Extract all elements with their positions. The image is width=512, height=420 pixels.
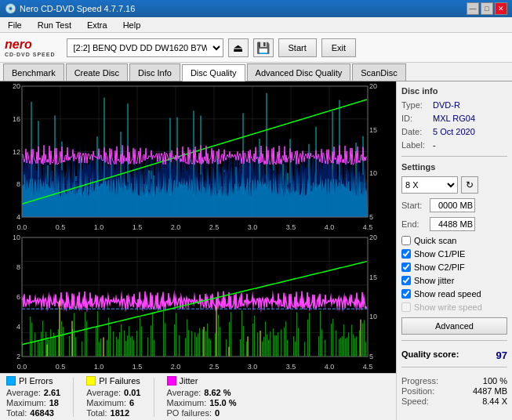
jitter-avg-row: Average: 8.62 % bbox=[167, 388, 237, 397]
left-column: PI Errors Average: 2.61 Maximum: 18 Tota… bbox=[0, 81, 396, 420]
refresh-button[interactable]: ↻ bbox=[461, 176, 478, 194]
pi-errors-stats: PI Errors Average: 2.61 Maximum: 18 Tota… bbox=[6, 376, 60, 418]
pi-errors-avg-label: Average: bbox=[6, 388, 41, 397]
disc-label-label: Label: bbox=[401, 140, 430, 150]
pi-errors-total-row: Total: 46843 bbox=[6, 408, 60, 418]
minimize-button[interactable]: — bbox=[467, 2, 479, 15]
title-bar: 💿 Nero CD-DVD Speed 4.7.7.16 — □ ✕ bbox=[0, 0, 512, 17]
pi-failures-max-row: Maximum: 6 bbox=[86, 398, 140, 407]
pi-errors-color bbox=[6, 376, 16, 386]
disc-type-row: Type: DVD-R bbox=[401, 100, 507, 110]
chart2-canvas bbox=[0, 233, 396, 372]
disc-label-row: Label: - bbox=[401, 140, 507, 150]
tab-advanced-disc-quality[interactable]: Advanced Disc Quality bbox=[247, 63, 351, 81]
quick-scan-checkbox[interactable] bbox=[401, 236, 411, 245]
end-mb-row: End: bbox=[401, 217, 507, 231]
start-mb-row: Start: bbox=[401, 198, 507, 212]
main-content: PI Errors Average: 2.61 Maximum: 18 Tota… bbox=[0, 81, 512, 420]
progress-label: Progress: bbox=[401, 376, 438, 386]
jitter-stats: Jitter Average: 8.62 % Maximum: 15.0 % P… bbox=[167, 376, 237, 418]
tab-disc-info[interactable]: Disc Info bbox=[129, 63, 180, 81]
exit-button[interactable]: Exit bbox=[321, 38, 356, 57]
menu-help[interactable]: Help bbox=[118, 19, 146, 31]
speed-value: 8.44 X bbox=[482, 396, 507, 406]
close-button[interactable]: ✕ bbox=[495, 2, 507, 15]
end-mb-label: End: bbox=[401, 219, 427, 229]
jitter-avg-value: 8.62 % bbox=[204, 388, 231, 397]
start-button[interactable]: Start bbox=[278, 38, 317, 57]
pi-errors-max-row: Maximum: 18 bbox=[6, 398, 60, 407]
position-value: 4487 MB bbox=[473, 386, 507, 396]
jitter-max-value: 15.0 % bbox=[209, 398, 236, 407]
disc-date-value: 5 Oct 2020 bbox=[433, 127, 475, 136]
pi-errors-max-label: Maximum: bbox=[6, 398, 46, 407]
pi-failures-avg-row: Average: 0.01 bbox=[86, 388, 140, 397]
jitter-color bbox=[167, 376, 176, 386]
pi-failures-avg-label: Average: bbox=[86, 388, 121, 397]
menu-bar: File Run Test Extra Help bbox=[0, 17, 512, 33]
pi-errors-avg-row: Average: 2.61 bbox=[6, 388, 60, 397]
menu-run-test[interactable]: Run Test bbox=[33, 19, 76, 31]
menu-extra[interactable]: Extra bbox=[82, 19, 112, 31]
show-jitter-label: Show jitter bbox=[414, 276, 454, 285]
show-c1pie-checkbox[interactable] bbox=[401, 249, 411, 259]
stats-bar: PI Errors Average: 2.61 Maximum: 18 Tota… bbox=[0, 373, 396, 420]
logo-nero: nero bbox=[5, 38, 32, 52]
show-jitter-checkbox[interactable] bbox=[401, 276, 411, 285]
menu-file[interactable]: File bbox=[3, 19, 27, 31]
jitter-label: Jitter bbox=[180, 376, 198, 386]
pi-failures-legend: PI Failures bbox=[86, 376, 140, 386]
disc-id-value: MXL RG04 bbox=[433, 114, 475, 123]
show-read-speed-checkbox[interactable] bbox=[401, 289, 411, 299]
disc-info-title: Disc info bbox=[401, 86, 507, 96]
pi-failures-total-row: Total: 1812 bbox=[86, 408, 140, 418]
progress-section: Progress: 100 % Position: 4487 MB Speed:… bbox=[401, 376, 507, 407]
jitter-avg-label: Average: bbox=[167, 388, 202, 397]
tab-scandisc[interactable]: ScanDisc bbox=[352, 63, 405, 81]
quality-score-row: Quality score: 97 bbox=[401, 349, 507, 361]
speed-label: Speed: bbox=[401, 396, 429, 406]
show-read-speed-row[interactable]: Show read speed bbox=[401, 289, 507, 299]
eject-button[interactable]: ⏏ bbox=[228, 38, 249, 57]
window-controls[interactable]: — □ ✕ bbox=[467, 2, 507, 15]
advanced-button[interactable]: Advanced bbox=[401, 317, 507, 335]
quick-scan-row[interactable]: Quick scan bbox=[401, 236, 507, 245]
show-c2pif-row[interactable]: Show C2/PIF bbox=[401, 262, 507, 272]
tab-benchmark[interactable]: Benchmark bbox=[3, 63, 64, 81]
speed-setting-row: 8 X ↻ bbox=[401, 176, 507, 194]
app-icon: 💿 bbox=[5, 3, 16, 14]
jitter-po-row: PO failures: 0 bbox=[167, 408, 237, 418]
disc-id-label: ID: bbox=[401, 114, 430, 123]
pi-errors-avg-value: 2.61 bbox=[44, 388, 60, 397]
jitter-max-label: Maximum: bbox=[167, 398, 207, 407]
disc-type-label: Type: bbox=[401, 100, 430, 110]
maximize-button[interactable]: □ bbox=[481, 2, 493, 15]
pi-failures-max-value: 6 bbox=[129, 398, 134, 407]
pi-failures-total-value: 1812 bbox=[111, 408, 129, 418]
start-mb-label: Start: bbox=[401, 201, 427, 210]
disc-type-value: DVD-R bbox=[433, 100, 460, 110]
drive-select[interactable]: [2:2] BENQ DVD DD DW1620 B7W9 bbox=[67, 38, 223, 57]
pi-errors-total-label: Total: bbox=[6, 408, 27, 418]
pi-failures-stats: PI Failures Average: 0.01 Maximum: 6 Tot… bbox=[86, 376, 140, 418]
end-mb-input[interactable] bbox=[430, 217, 475, 231]
show-c2pif-checkbox[interactable] bbox=[401, 262, 411, 272]
right-panel: Disc info Type: DVD-R ID: MXL RG04 Date:… bbox=[396, 81, 512, 420]
tab-disc-quality[interactable]: Disc Quality bbox=[182, 64, 245, 81]
speed-select[interactable]: 8 X bbox=[401, 176, 458, 194]
disc-label-value: - bbox=[433, 140, 436, 150]
show-jitter-row[interactable]: Show jitter bbox=[401, 276, 507, 285]
speed-row: Speed: 8.44 X bbox=[401, 396, 507, 406]
start-mb-input[interactable] bbox=[430, 198, 475, 212]
pi-failures-avg-value: 0.01 bbox=[124, 388, 140, 397]
pi-errors-label: PI Errors bbox=[19, 376, 53, 386]
progress-row: Progress: 100 % bbox=[401, 376, 507, 386]
window-title: Nero CD-DVD Speed 4.7.7.16 bbox=[20, 4, 135, 13]
disc-id-row: ID: MXL RG04 bbox=[401, 114, 507, 123]
show-read-speed-label: Show read speed bbox=[414, 289, 481, 299]
save-button[interactable]: 💾 bbox=[253, 38, 274, 57]
show-c1pie-row[interactable]: Show C1/PIE bbox=[401, 249, 507, 259]
pi-errors-total-value: 46843 bbox=[30, 408, 54, 418]
logo-sub: CD·DVD SPEED bbox=[5, 52, 56, 57]
tab-create-disc[interactable]: Create Disc bbox=[66, 63, 128, 81]
